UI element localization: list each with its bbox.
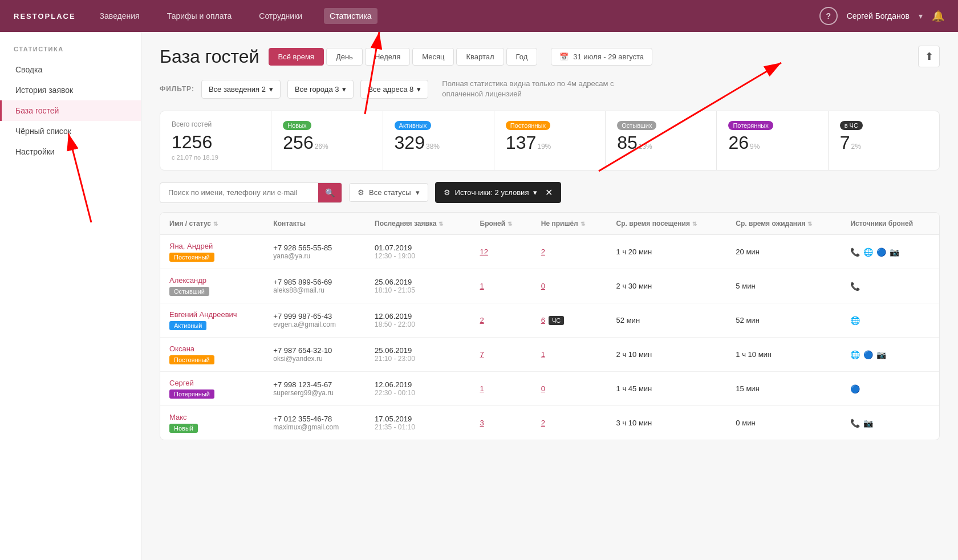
cell-sources: 🌐🔵📷	[841, 338, 939, 372]
contact-email: superserg99@ya.ru	[273, 389, 356, 397]
last-booking-date: 12.06.2019	[375, 380, 461, 389]
cell-sources: 🌐	[841, 303, 939, 338]
tab-month[interactable]: Месяц	[412, 48, 454, 66]
cell-avg-visit: 1 ч 20 мин	[607, 235, 727, 269]
col-name-sort-icon[interactable]: ⇅	[213, 221, 218, 227]
web-source-icon: 🌐	[850, 350, 860, 359]
last-booking-time: 18:10 - 21:05	[375, 286, 461, 294]
bl-badge: ЧС	[549, 316, 564, 325]
guest-name-link[interactable]: Александр	[169, 276, 255, 285]
col-noshow-sort-icon[interactable]: ⇅	[581, 221, 585, 227]
filter-icon: ⚙	[358, 188, 364, 197]
contact-email: aleks88@mail.ru	[273, 286, 356, 294]
cities-filter[interactable]: Все города 3 ▾	[287, 80, 354, 99]
nav-zavedenia[interactable]: Заведения	[94, 8, 145, 24]
col-avgvisit-sort-icon[interactable]: ⇅	[692, 221, 697, 227]
cell-contacts: +7 999 987-65-43 evgen.a@gmail.com	[264, 303, 366, 338]
filter-bar: ФИЛЬТР: Все заведения 2 ▾ Все города 3 ▾…	[160, 79, 940, 99]
cell-bookings: 12	[471, 235, 532, 269]
help-button[interactable]: ?	[819, 7, 838, 25]
nav-tarify[interactable]: Тарифы и оплата	[161, 8, 238, 24]
search-input[interactable]	[165, 184, 318, 201]
bookings-link[interactable]: 1	[480, 384, 484, 393]
tab-year[interactable]: Год	[506, 48, 538, 66]
venues-filter[interactable]: Все заведения 2 ▾	[201, 80, 281, 99]
col-sources: Источники броней	[841, 213, 939, 235]
bookings-link[interactable]: 2	[480, 316, 484, 324]
sources-filter-tag[interactable]: ⚙ Источники: 2 условия ▾ ✕	[435, 182, 562, 203]
status-tag: Постоянный	[169, 253, 214, 262]
nav-right: ? Сергей Богданов ▾ 🔔	[819, 7, 944, 25]
table-row: Евгений Андреевич Активный +7 999 987-65…	[160, 303, 939, 338]
addresses-filter[interactable]: Все адреса 8 ▾	[360, 80, 428, 99]
tab-all-time[interactable]: Всё время	[269, 48, 324, 66]
web-source-icon: 🌐	[850, 316, 860, 325]
bookings-link[interactable]: 3	[480, 419, 484, 427]
nav-statistika[interactable]: Статистика	[324, 8, 377, 24]
col-name: Имя / статус⇅	[160, 213, 264, 235]
date-range-button[interactable]: 📅 31 июля - 29 августа	[551, 48, 652, 66]
noshow-link[interactable]: 2	[541, 419, 545, 427]
guest-name-link[interactable]: Евгений Андреевич	[169, 310, 255, 319]
sidebar-item-history[interactable]: История заявок	[0, 80, 141, 100]
addresses-chevron-icon: ▾	[417, 85, 421, 94]
user-dropdown-icon[interactable]: ▾	[919, 11, 923, 21]
export-button[interactable]: ⬆	[918, 46, 940, 67]
notification-bell-icon[interactable]: 🔔	[932, 10, 944, 22]
vk-source-icon: 🔵	[850, 384, 860, 393]
sidebar: СТАТИСТИКА Сводка История заявок База го…	[0, 32, 141, 560]
guest-name-link[interactable]: Яна, Андрей	[169, 242, 255, 250]
stat-regular-value: 13719%	[506, 132, 594, 153]
last-booking-date: 01.07.2019	[375, 244, 461, 252]
tab-week[interactable]: Неделя	[365, 48, 410, 66]
col-bookings-sort-icon[interactable]: ⇅	[508, 221, 512, 227]
guest-name-link[interactable]: Макс	[169, 413, 255, 421]
search-box: 🔍	[160, 182, 342, 203]
noshow-link[interactable]: 6	[541, 316, 545, 324]
cell-sources: 📞📷	[841, 406, 939, 440]
cell-name: Яна, Андрей Постоянный	[160, 235, 264, 269]
noshow-link[interactable]: 2	[541, 247, 545, 256]
status-tag: Новый	[169, 424, 198, 433]
status-filter-tag[interactable]: ⚙ Все статусы ▾	[349, 183, 428, 202]
sidebar-item-guests[interactable]: База гостей	[0, 100, 141, 121]
cell-bookings: 3	[471, 406, 532, 440]
status-tag: Активный	[169, 321, 206, 330]
status-chevron-icon: ▾	[416, 188, 420, 197]
noshow-link[interactable]: 0	[541, 384, 545, 393]
cities-chevron-icon: ▾	[342, 85, 346, 94]
guest-name-link[interactable]: Сергей	[169, 379, 255, 387]
sidebar-item-blacklist[interactable]: Чёрный список	[0, 121, 141, 141]
noshow-link[interactable]: 1	[541, 350, 545, 359]
stat-regular-badge: Постоянных	[506, 121, 550, 130]
col-avgwait-sort-icon[interactable]: ⇅	[807, 221, 812, 227]
tab-day[interactable]: День	[326, 48, 363, 66]
guest-name-link[interactable]: Оксана	[169, 344, 255, 353]
bookings-link[interactable]: 1	[480, 282, 484, 290]
noshow-link[interactable]: 0	[541, 282, 545, 290]
cell-name: Оксана Постоянный	[160, 338, 264, 372]
contact-email: maximux@gmail.com	[273, 423, 356, 431]
sources-filter-close[interactable]: ✕	[542, 187, 553, 198]
export-icon: ⬆	[925, 50, 933, 63]
cell-contacts: +7 985 899-56-69 aleks88@mail.ru	[264, 269, 366, 303]
sidebar-item-settings[interactable]: Настройки	[0, 141, 141, 162]
nav-sotrudniki[interactable]: Сотрудники	[253, 8, 308, 24]
bookings-link[interactable]: 12	[480, 247, 488, 256]
sidebar-item-svodka[interactable]: Сводка	[0, 59, 141, 80]
cell-avg-visit: 52 мин	[607, 303, 727, 338]
stat-bl: в ЧС 72%	[829, 111, 939, 170]
filter-label: ФИЛЬТР:	[160, 85, 194, 93]
cell-noshow: 6ЧС	[532, 303, 607, 338]
user-name[interactable]: Сергей Богданов	[847, 11, 910, 21]
col-last-sort-icon[interactable]: ⇅	[439, 221, 443, 227]
bookings-link[interactable]: 7	[480, 350, 484, 359]
col-avg-visit: Ср. время посещения⇅	[607, 213, 727, 235]
search-button[interactable]: 🔍	[318, 183, 342, 202]
sources-chevron-icon: ▾	[533, 188, 537, 197]
instagram-source-icon: 📷	[890, 247, 899, 257]
cell-sources: 🔵	[841, 372, 939, 406]
tab-quarter[interactable]: Квартал	[456, 48, 504, 66]
contact-phone: +7 012 355-46-78	[273, 415, 356, 423]
stat-regular: Постоянных 13719%	[494, 111, 606, 170]
